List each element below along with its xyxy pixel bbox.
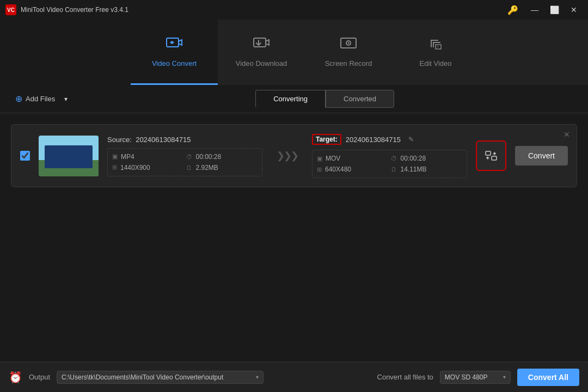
arrow-icons: ❯❯❯ xyxy=(277,150,298,162)
target-resolution-item: ⊞ 640X480 xyxy=(317,166,388,173)
target-label-text: Target: xyxy=(312,134,341,145)
close-button[interactable]: ✕ xyxy=(565,3,583,16)
duration-icon: ⏱ xyxy=(186,154,192,160)
content-area: Source: 20240613084715 ▣ MP4 ⏱ 00:00:28 … xyxy=(0,113,588,362)
nav-item-screen-record[interactable]: Screen Record xyxy=(305,20,392,85)
svg-rect-7 xyxy=(492,156,497,160)
tab-converted[interactable]: Converted xyxy=(326,90,394,108)
target-resolution: 640X480 xyxy=(325,166,351,173)
svg-point-4 xyxy=(348,42,350,44)
screen-record-icon xyxy=(340,36,357,55)
output-path-selector[interactable]: C:\Users\tk\Documents\MiniTool Video Con… xyxy=(57,371,264,384)
toolbar: ⊕ Add Files ▾ Converting Converted xyxy=(0,85,588,113)
convert-arrows: ❯❯❯ xyxy=(271,150,303,162)
add-files-button[interactable]: ⊕ Add Files xyxy=(11,90,59,107)
source-label-text: Source: xyxy=(107,136,132,144)
video-convert-icon xyxy=(166,36,183,55)
format-select-arrow-icon: ▾ xyxy=(503,374,506,380)
nav-item-edit-video[interactable]: Edit Video xyxy=(392,20,479,85)
nav-label-video-convert: Video Convert xyxy=(152,59,197,68)
bottom-bar: ⏰ Output C:\Users\tk\Documents\MiniTool … xyxy=(0,362,588,392)
add-files-plus-icon: ⊕ xyxy=(15,94,22,104)
target-duration-item: ⏱ 00:00:28 xyxy=(391,155,462,162)
source-duration-item: ⏱ 00:00:28 xyxy=(186,153,258,161)
source-format: MP4 xyxy=(121,153,134,161)
source-info: Source: 20240613084715 ▣ MP4 ⏱ 00:00:28 … xyxy=(107,136,262,176)
nav-label-screen-record: Screen Record xyxy=(325,59,372,68)
source-filename: 20240613084715 xyxy=(136,136,191,144)
output-path-text: C:\Users\tk\Documents\MiniTool Video Con… xyxy=(62,373,254,381)
nav-bar: Video Convert Video Download Screen Reco… xyxy=(0,20,588,85)
target-duration: 00:00:28 xyxy=(400,155,426,162)
clock-icon: ⏰ xyxy=(9,371,22,384)
target-format-icon: ▣ xyxy=(317,155,322,162)
thumbnail-desktop-bg xyxy=(39,136,99,176)
row-close-button[interactable]: ✕ xyxy=(561,129,572,140)
output-label: Output xyxy=(29,373,50,381)
source-resolution: 1440X900 xyxy=(120,164,150,171)
target-size-item: 🗋 14.11MB xyxy=(391,166,462,173)
key-icon[interactable]: 🔑 xyxy=(506,3,519,16)
source-label: Source: 20240613084715 xyxy=(107,136,262,144)
file-checkbox[interactable] xyxy=(20,151,30,161)
nav-label-video-download: Video Download xyxy=(236,59,287,68)
nav-label-edit-video: Edit Video xyxy=(419,59,451,68)
target-details: ▣ MOV ⏱ 00:00:28 ⊞ 640X480 🗋 14.11MB xyxy=(312,150,467,178)
target-size-icon: 🗋 xyxy=(391,166,397,173)
target-duration-icon: ⏱ xyxy=(391,155,397,162)
source-size: 2.92MB xyxy=(195,164,218,171)
edit-video-icon xyxy=(427,36,444,55)
target-label-row: Target: 20240613084715 ✎ xyxy=(312,133,467,145)
nav-item-video-download[interactable]: Video Download xyxy=(218,20,305,85)
file-thumbnail xyxy=(39,136,99,176)
target-format-item: ▣ MOV xyxy=(317,155,388,162)
restore-button[interactable]: ⬜ xyxy=(546,3,563,16)
svg-rect-6 xyxy=(486,151,491,155)
source-size-item: 🗋 2.92MB xyxy=(186,164,258,171)
video-download-icon xyxy=(253,36,270,55)
format-icon: ▣ xyxy=(112,153,118,160)
title-bar-left: VC MiniTool Video Converter Free v3.4.1 xyxy=(5,4,128,15)
source-details: ▣ MP4 ⏱ 00:00:28 ⊞ 1440X900 🗋 2.92MB xyxy=(107,148,262,176)
svg-rect-1 xyxy=(254,38,266,47)
add-files-label: Add Files xyxy=(26,95,55,103)
tab-converting[interactable]: Converting xyxy=(255,90,326,108)
file-row: Source: 20240613084715 ▣ MP4 ⏱ 00:00:28 … xyxy=(11,124,577,187)
target-section: Target: 20240613084715 ✎ ▣ MOV ⏱ 00:00:2… xyxy=(312,133,467,178)
title-bar-controls: 🔑 — ⬜ ✕ xyxy=(506,3,583,16)
add-files-dropdown-arrow[interactable]: ▾ xyxy=(59,93,72,106)
format-select-value: MOV SD 480P xyxy=(445,373,503,381)
convert-all-files-label: Convert all files to xyxy=(377,373,433,381)
target-edit-button[interactable]: ✎ xyxy=(405,133,417,145)
tabs-container: Converting Converted xyxy=(255,90,394,108)
output-dropdown-arrow-icon: ▾ xyxy=(256,374,259,380)
minimize-button[interactable]: — xyxy=(526,3,543,16)
target-filename: 20240613084715 xyxy=(346,136,401,144)
source-resolution-item: ⊞ 1440X900 xyxy=(112,164,183,171)
convert-button[interactable]: Convert xyxy=(515,146,568,166)
app-logo: VC xyxy=(5,4,16,15)
resolution-icon: ⊞ xyxy=(112,164,117,171)
title-text: MiniTool Video Converter Free v3.4.1 xyxy=(21,6,128,14)
source-format-item: ▣ MP4 xyxy=(112,153,183,161)
format-select[interactable]: MOV SD 480P ▾ xyxy=(440,371,511,384)
source-duration: 00:00:28 xyxy=(195,153,221,161)
target-size: 14.11MB xyxy=(400,166,426,173)
nav-item-video-convert[interactable]: Video Convert xyxy=(131,20,218,85)
size-icon: 🗋 xyxy=(186,164,192,171)
target-resolution-icon: ⊞ xyxy=(317,166,322,173)
title-bar: VC MiniTool Video Converter Free v3.4.1 … xyxy=(0,0,588,20)
format-change-button[interactable] xyxy=(476,140,506,171)
convert-all-button[interactable]: Convert All xyxy=(517,369,579,386)
target-format: MOV xyxy=(326,155,340,162)
